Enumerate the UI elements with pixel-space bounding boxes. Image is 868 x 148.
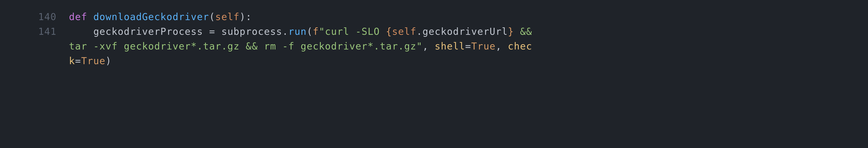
- bool-true: True: [81, 55, 105, 66]
- whitespace: [215, 26, 221, 37]
- variable: geckodriverProcess: [93, 26, 203, 37]
- paren-open: (: [307, 26, 313, 37]
- line-number: 140: [0, 9, 69, 24]
- code-line: tar -xvf geckodriver*.tar.gz && rm -f ge…: [0, 39, 868, 54]
- code-line: k=True): [0, 54, 868, 68]
- paren-close-colon: ):: [240, 11, 252, 22]
- code-line: 141 geckodriverProcess = subprocess.run(…: [0, 24, 868, 39]
- dot: .: [282, 26, 288, 37]
- comma: ,: [423, 41, 429, 52]
- module: subprocess: [221, 26, 282, 37]
- paren-close: ): [105, 55, 112, 66]
- interp-close: }: [508, 26, 514, 37]
- bool-true: True: [471, 41, 496, 52]
- whitespace: [87, 11, 93, 22]
- code-content[interactable]: tar -xvf geckodriver*.tar.gz && rm -f ge…: [69, 39, 868, 54]
- line-number: 141: [0, 24, 69, 39]
- string: &&: [514, 26, 538, 37]
- attr: geckodriverUrl: [423, 26, 508, 37]
- param-self: self: [215, 11, 240, 22]
- code-editor: 140 def downloadGeckodriver(self): 141 g…: [0, 0, 868, 68]
- code-content[interactable]: def downloadGeckodriver(self):: [69, 9, 868, 24]
- kwarg-check-part1: chec: [508, 41, 532, 52]
- equals: =: [75, 55, 81, 66]
- paren-open: (: [209, 11, 215, 22]
- code-content[interactable]: k=True): [69, 54, 868, 68]
- interp-open: {: [386, 26, 392, 37]
- string: "curl -SLO: [319, 26, 386, 37]
- kwarg-shell: shell: [435, 41, 465, 52]
- kwarg-check-part2: k: [69, 55, 75, 66]
- equals: =: [465, 41, 471, 52]
- whitespace: [203, 26, 209, 37]
- operator-assign: =: [209, 26, 215, 37]
- code-content[interactable]: geckodriverProcess = subprocess.run(f"cu…: [69, 24, 868, 39]
- indent: [69, 24, 93, 39]
- keyword-def: def: [69, 11, 87, 22]
- comma: ,: [496, 41, 502, 52]
- whitespace: [429, 41, 435, 52]
- fstring-prefix: f: [313, 26, 319, 37]
- code-line: 140 def downloadGeckodriver(self):: [0, 9, 868, 24]
- whitespace: [502, 41, 508, 52]
- string: tar -xvf geckodriver*.tar.gz && rm -f ge…: [69, 41, 423, 52]
- dot: .: [416, 26, 423, 37]
- self: self: [392, 26, 416, 37]
- call: run: [288, 26, 307, 37]
- function-name: downloadGeckodriver: [93, 11, 209, 22]
